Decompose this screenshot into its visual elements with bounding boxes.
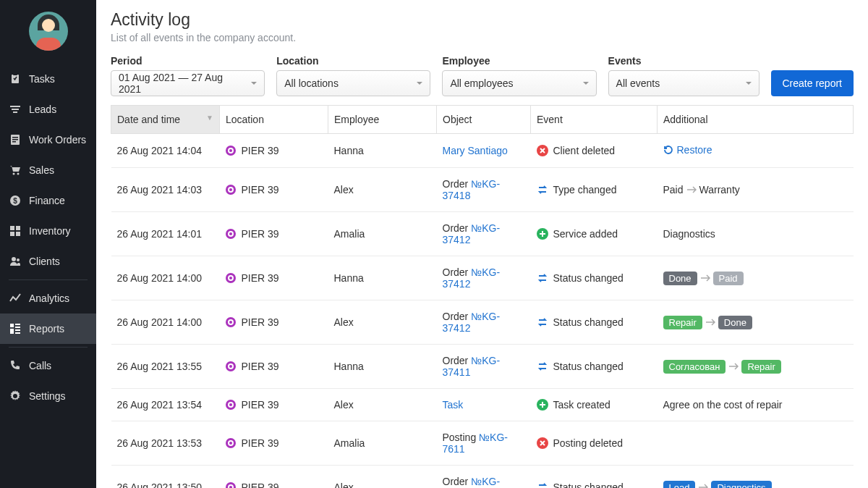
status-badge: Lead <box>663 481 696 489</box>
cell-datetime: 26 Aug 2021 13:55 <box>111 345 220 389</box>
cell-object: Order №KG-37421 <box>437 466 531 489</box>
th-location[interactable]: Location <box>220 106 328 134</box>
sidebar-item-work-orders[interactable]: Work Orders <box>0 125 96 155</box>
cell-additional: Agree on the cost of repair <box>658 389 854 421</box>
events-select[interactable]: All events <box>608 70 760 96</box>
sidebar-item-label: Tasks <box>29 73 55 85</box>
svg-rect-20 <box>15 324 20 325</box>
filter-bar: Period 01 Aug 2021 — 27 Aug 2021 Locatio… <box>111 55 854 96</box>
table-row: 26 Aug 2021 13:55PIER 39HannaOrder №KG-3… <box>111 345 854 389</box>
cell-event: Status changed <box>531 256 658 300</box>
filter-employee-label: Employee <box>442 55 596 67</box>
sidebar-item-label: Analytics <box>29 293 69 304</box>
th-employee[interactable]: Employee <box>328 106 437 134</box>
cell-event: Status changed <box>531 345 658 389</box>
cell-additional: Restore <box>658 134 854 168</box>
sidebar-item-settings[interactable]: Settings <box>0 381 96 411</box>
period-select[interactable]: 01 Aug 2021 — 27 Aug 2021 <box>111 70 265 96</box>
employee-select[interactable]: All employees <box>442 70 596 96</box>
svg-rect-7 <box>12 139 18 140</box>
svg-point-9 <box>13 173 15 175</box>
page-title: Activity log <box>111 10 854 30</box>
sidebar-item-leads[interactable]: Leads <box>0 94 96 125</box>
cell-additional: LeadDiagnostics <box>658 466 854 489</box>
grid-icon <box>9 322 22 335</box>
create-report-button[interactable]: Create report <box>771 70 854 96</box>
location-dot-icon <box>226 185 236 195</box>
location-dot-icon <box>226 438 236 448</box>
change-icon <box>537 481 548 488</box>
cell-datetime: 26 Aug 2021 14:00 <box>111 300 220 345</box>
svg-rect-24 <box>15 332 20 334</box>
object-link[interactable]: Mary Santiago <box>443 145 508 156</box>
svg-point-10 <box>17 173 20 175</box>
page-subtitle: List of all events in the company accoun… <box>111 32 854 43</box>
sidebar-item-tasks[interactable]: Tasks <box>0 64 96 94</box>
filter-period: Period 01 Aug 2021 — 27 Aug 2021 <box>111 55 265 96</box>
th-event[interactable]: Event <box>531 106 658 134</box>
status-badge: Repair <box>741 360 780 374</box>
sidebar-item-analytics[interactable]: Analytics <box>0 283 96 314</box>
cell-additional: PaidWarranty <box>658 168 854 212</box>
svg-rect-21 <box>15 327 20 328</box>
cell-datetime: 26 Aug 2021 13:53 <box>111 421 220 466</box>
location-select[interactable]: All locations <box>276 70 430 96</box>
filter-employee: Employee All employees <box>442 55 596 96</box>
th-datetime[interactable]: Date and time▼ <box>111 106 220 134</box>
th-additional[interactable]: Additional <box>658 106 854 134</box>
sidebar-item-label: Work Orders <box>29 134 86 146</box>
cell-object: Task <box>437 389 531 421</box>
svg-point-25 <box>14 395 17 397</box>
sidebar-item-calls[interactable]: Calls <box>0 350 96 381</box>
cell-employee: Amalia <box>328 421 437 466</box>
cell-location: PIER 39 <box>220 421 328 466</box>
location-dot-icon <box>226 482 236 488</box>
arrow-right-icon <box>698 484 708 489</box>
cell-event: Task created <box>531 389 658 421</box>
chart-icon <box>9 292 22 305</box>
main-content: Activity log List of all events in the c… <box>96 0 868 488</box>
sidebar-item-clients[interactable]: Clients <box>0 246 96 277</box>
sidebar-item-finance[interactable]: $Finance <box>0 185 96 216</box>
sidebar-item-sales[interactable]: Sales <box>0 155 96 185</box>
filter-icon <box>9 103 22 116</box>
cell-datetime: 26 Aug 2021 14:04 <box>111 134 220 168</box>
location-dot-icon <box>226 400 236 410</box>
svg-rect-2 <box>10 106 20 107</box>
cell-event: Status changed <box>531 300 658 345</box>
svg-text:$: $ <box>13 197 17 205</box>
restore-link[interactable]: Restore <box>663 144 712 156</box>
cell-employee: Alex <box>328 168 437 212</box>
arrow-right-icon <box>728 363 739 370</box>
add-icon <box>537 399 548 411</box>
cell-location: PIER 39 <box>220 345 328 389</box>
cell-employee: Alex <box>328 300 437 345</box>
cell-object: Mary Santiago <box>437 134 531 168</box>
object-link[interactable]: Task <box>443 399 464 411</box>
dollar-icon: $ <box>9 194 22 207</box>
change-icon <box>537 272 548 284</box>
sidebar-item-inventory[interactable]: Inventory <box>0 216 96 246</box>
sidebar-item-reports[interactable]: Reports <box>0 314 96 344</box>
table-row: 26 Aug 2021 14:00PIER 39AlexOrder №KG-37… <box>111 300 854 345</box>
location-dot-icon <box>226 273 236 283</box>
location-dot-icon <box>226 361 236 371</box>
sort-arrow-icon: ▼ <box>206 114 213 122</box>
status-badge: Paid <box>713 272 744 285</box>
cell-employee: Alex <box>328 389 437 421</box>
cell-employee: Alex <box>328 466 437 489</box>
avatar[interactable] <box>29 12 68 51</box>
table-row: 26 Aug 2021 13:53PIER 39AmaliaPosting №K… <box>111 421 854 466</box>
cell-location: PIER 39 <box>220 134 328 168</box>
status-badge: Diagnostics <box>711 481 771 489</box>
th-object[interactable]: Object <box>437 106 531 134</box>
cell-location: PIER 39 <box>220 300 328 345</box>
cell-datetime: 26 Aug 2021 14:01 <box>111 212 220 256</box>
arrow-right-icon <box>705 319 715 326</box>
cell-location: PIER 39 <box>220 168 328 212</box>
filter-events-label: Events <box>608 55 760 67</box>
cell-object: Order №KG-37411 <box>437 345 531 389</box>
svg-point-17 <box>12 257 16 261</box>
delete-icon <box>537 437 548 449</box>
arrow-right-icon <box>686 186 697 193</box>
